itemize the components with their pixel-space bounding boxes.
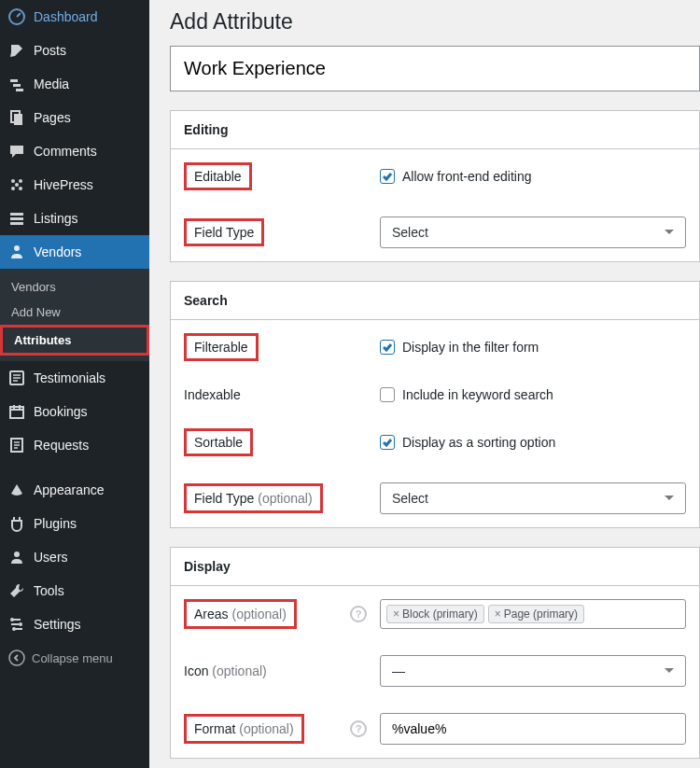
svg-point-17 (19, 622, 22, 626)
filterable-check-label: Display in the filter form (402, 340, 539, 355)
tag-remove-icon[interactable]: × (393, 607, 399, 621)
requests-icon (7, 436, 26, 454)
indexable-label: Indexable (184, 387, 241, 402)
vendors-icon (7, 243, 26, 261)
menu-listings[interactable]: Listings (0, 202, 149, 235)
help-icon[interactable]: ? (350, 606, 367, 622)
icon-label: Icon (optional) (184, 663, 267, 679)
svg-point-11 (14, 245, 20, 251)
sortable-label: Sortable (184, 428, 253, 456)
collapse-icon (7, 649, 26, 667)
search-header: Search (171, 282, 699, 320)
appearance-icon (7, 481, 26, 499)
svg-point-18 (12, 627, 16, 631)
edit-fieldtype-label: Field Type (184, 218, 264, 246)
svg-rect-10 (10, 222, 23, 225)
hivepress-icon (7, 175, 26, 194)
svg-point-5 (11, 187, 15, 190)
menu-plugins[interactable]: Plugins (0, 507, 149, 540)
menu-media[interactable]: Media (0, 67, 149, 101)
users-icon (7, 548, 26, 566)
plugins-icon (7, 514, 26, 533)
menu-hivepress[interactable]: HivePress (0, 168, 149, 202)
menu-appearance[interactable]: Appearance (0, 473, 149, 507)
display-section: Display Areas (optional)? ×Block (primar… (170, 547, 700, 759)
svg-point-19 (9, 650, 24, 665)
areas-label: Areas (optional) (184, 599, 297, 629)
sortable-check-label: Display as a sorting option (402, 435, 555, 450)
menu-testimonials[interactable]: Testimonials (0, 361, 149, 395)
menu-users[interactable]: Users (0, 540, 149, 574)
tag-remove-icon[interactable]: × (495, 607, 501, 621)
menu-dashboard[interactable]: Dashboard (0, 0, 149, 34)
editable-checkbox[interactable] (380, 169, 395, 184)
svg-point-4 (19, 179, 22, 183)
dashboard-icon (7, 7, 26, 26)
collapse-menu[interactable]: Collapse menu (0, 641, 149, 675)
editable-label: Editable (184, 162, 252, 190)
search-fieldtype-label: Field Type (optional) (184, 483, 323, 513)
submenu-attributes[interactable]: Attributes (0, 325, 149, 356)
svg-rect-13 (10, 407, 23, 418)
main-content: Add Attribute Editing Editable Allow fro… (149, 0, 700, 768)
admin-sidebar: Dashboard Posts Media Pages Comments Hiv… (0, 0, 149, 768)
format-label: Format (optional) (184, 714, 304, 744)
search-section: Search Filterable Display in the filter … (170, 281, 700, 528)
svg-point-6 (19, 187, 22, 190)
comments-icon (7, 142, 26, 161)
svg-point-3 (11, 179, 15, 183)
pages-icon (7, 108, 26, 127)
svg-point-7 (15, 183, 19, 187)
testimonials-icon (7, 369, 26, 387)
edit-fieldtype-select[interactable]: Select (380, 216, 686, 248)
menu-posts[interactable]: Posts (0, 34, 149, 67)
help-icon[interactable]: ? (350, 720, 367, 737)
page-title: Add Attribute (170, 9, 700, 35)
svg-rect-8 (10, 213, 23, 216)
svg-rect-9 (10, 217, 23, 220)
bookings-icon (7, 402, 26, 421)
filterable-label: Filterable (184, 333, 259, 361)
editable-check-label: Allow front-end editing (402, 169, 532, 184)
listings-icon (7, 209, 26, 228)
menu-tools[interactable]: Tools (0, 574, 149, 607)
area-tag: ×Page (primary) (488, 605, 584, 623)
editing-header: Editing (171, 111, 699, 149)
editing-section: Editing Editable Allow front-end editing… (170, 110, 700, 262)
indexable-check-label: Include in keyword search (402, 387, 553, 402)
media-icon (7, 75, 26, 93)
svg-point-15 (14, 552, 20, 557)
area-tag: ×Block (primary) (386, 605, 484, 623)
format-input[interactable] (380, 713, 686, 745)
submenu-addnew[interactable]: Add New (0, 300, 149, 325)
attribute-title-input[interactable] (170, 46, 700, 91)
vendors-submenu: Vendors Add New Attributes (0, 269, 149, 361)
menu-vendors[interactable]: Vendors (0, 235, 149, 269)
pin-icon (7, 41, 26, 60)
tools-icon (7, 581, 26, 600)
svg-point-16 (10, 618, 14, 621)
icon-select[interactable]: — (380, 655, 686, 687)
menu-requests[interactable]: Requests (0, 428, 149, 462)
menu-pages[interactable]: Pages (0, 101, 149, 134)
sortable-checkbox[interactable] (380, 435, 395, 450)
submenu-vendors[interactable]: Vendors (0, 274, 149, 300)
filterable-checkbox[interactable] (380, 340, 395, 355)
display-header: Display (171, 548, 699, 586)
menu-bookings[interactable]: Bookings (0, 395, 149, 428)
svg-rect-2 (14, 114, 22, 125)
areas-tags-input[interactable]: ×Block (primary) ×Page (primary) (380, 599, 686, 629)
menu-settings[interactable]: Settings (0, 607, 149, 641)
indexable-checkbox[interactable] (380, 387, 395, 402)
search-fieldtype-select[interactable]: Select (380, 482, 686, 514)
settings-icon (7, 615, 26, 634)
menu-comments[interactable]: Comments (0, 134, 149, 168)
